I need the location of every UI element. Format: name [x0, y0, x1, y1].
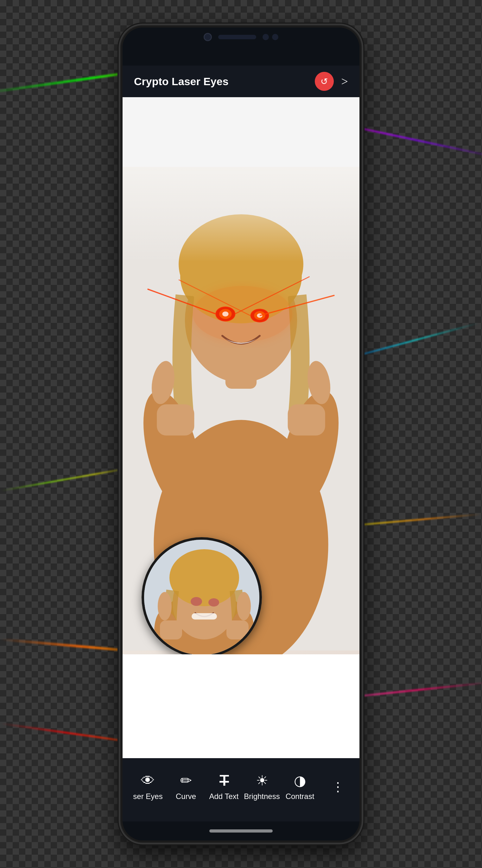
- brightness-icon: ☀: [256, 772, 268, 789]
- front-camera: [204, 33, 212, 41]
- thumbnail-image: [144, 540, 262, 654]
- toolbar-item-more[interactable]: ⋮: [319, 779, 357, 794]
- notch: [187, 28, 295, 46]
- laser-eyes-label: ser Eyes: [133, 792, 162, 801]
- bottom-toolbar: 👁 ser Eyes ✏ Curve T̶ Add Text ☀ Brightn…: [123, 758, 359, 822]
- photo-top-fade: [123, 167, 359, 262]
- main-content: [123, 97, 359, 758]
- toolbar-item-contrast[interactable]: ◑ Contrast: [281, 772, 319, 801]
- refresh-button[interactable]: ↺: [315, 72, 334, 91]
- sensors: [263, 34, 278, 40]
- header-actions: ↺ >: [315, 72, 348, 91]
- toolbar-item-add-text[interactable]: T̶ Add Text: [205, 773, 243, 801]
- curve-label: Curve: [176, 792, 196, 801]
- refresh-icon: ↺: [321, 76, 328, 87]
- add-text-label: Add Text: [209, 792, 239, 801]
- svg-rect-24: [288, 404, 325, 435]
- toolbar-item-laser-eyes[interactable]: 👁 ser Eyes: [129, 773, 167, 801]
- svg-point-31: [208, 598, 219, 607]
- svg-rect-32: [191, 613, 217, 620]
- phone-screen: Crypto Laser Eyes ↺ >: [123, 28, 359, 840]
- circular-thumbnail[interactable]: [142, 537, 262, 654]
- toolbar-item-curve[interactable]: ✏ Curve: [167, 772, 205, 801]
- svg-point-34: [158, 592, 172, 620]
- add-text-icon: T̶: [220, 773, 228, 789]
- speaker: [218, 35, 256, 39]
- svg-point-37: [237, 592, 251, 620]
- svg-point-29: [170, 549, 239, 606]
- home-indicator: [123, 822, 359, 840]
- svg-point-30: [191, 597, 202, 606]
- photo-container[interactable]: [123, 167, 359, 654]
- sensor-2: [272, 34, 278, 40]
- bottom-white-area: [123, 654, 359, 705]
- next-button[interactable]: >: [341, 74, 348, 88]
- contrast-label: Contrast: [285, 792, 314, 801]
- svg-rect-38: [227, 620, 249, 640]
- svg-rect-21: [157, 404, 194, 435]
- phone-frame: Crypto Laser Eyes ↺ >: [121, 26, 361, 842]
- laser-eyes-icon: 👁: [141, 773, 155, 789]
- status-bar: [123, 28, 359, 65]
- brightness-label: Brightness: [244, 792, 280, 801]
- image-area[interactable]: [123, 97, 359, 758]
- svg-rect-35: [160, 620, 182, 640]
- curve-icon: ✏: [180, 772, 192, 789]
- home-bar: [209, 829, 273, 833]
- sensor-1: [263, 34, 269, 40]
- toolbar-item-brightness[interactable]: ☀ Brightness: [243, 772, 281, 801]
- svg-point-18: [192, 286, 292, 342]
- app-title: Crypto Laser Eyes: [134, 75, 229, 88]
- contrast-icon: ◑: [294, 772, 306, 789]
- app-header: Crypto Laser Eyes ↺ >: [123, 65, 359, 97]
- top-white-area: [123, 97, 359, 167]
- more-icon: ⋮: [332, 779, 344, 794]
